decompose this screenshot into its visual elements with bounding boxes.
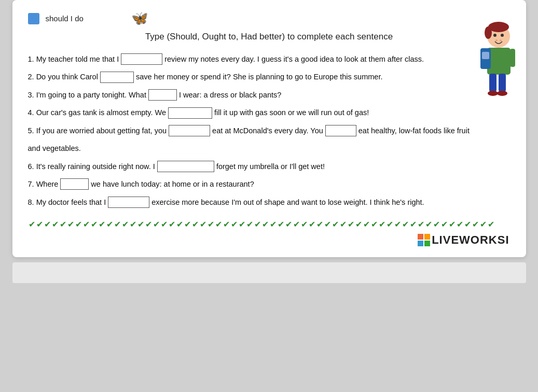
check-mark-icon: ✔ bbox=[270, 219, 277, 229]
check-mark-icon: ✔ bbox=[418, 219, 424, 229]
sentence-5-mid: eat at McDonald's every day. You bbox=[212, 123, 323, 138]
sentence-5: 5. If you are worried about getting fat,… bbox=[28, 123, 511, 138]
check-mark-icon: ✔ bbox=[184, 219, 191, 229]
input-6[interactable] bbox=[157, 161, 214, 172]
input-4[interactable] bbox=[168, 107, 212, 119]
check-mark-icon: ✔ bbox=[130, 219, 136, 229]
check-mark-icon: ✔ bbox=[91, 219, 98, 229]
check-mark-icon: ✔ bbox=[355, 219, 362, 229]
sentence-3-after: I wear: a dress or black pants? bbox=[179, 87, 281, 103]
check-mark-icon: ✔ bbox=[161, 219, 168, 229]
input-5b[interactable] bbox=[325, 125, 356, 136]
brand-name: LIVEWORKSI bbox=[432, 233, 509, 247]
check-mark-icon: ✔ bbox=[208, 219, 214, 229]
sentence-2-before: Do you think Carol bbox=[36, 69, 98, 85]
check-mark-icon: ✔ bbox=[99, 219, 105, 229]
sentence-8-after: exercise more because I'm out of shape a… bbox=[151, 194, 424, 210]
check-mark-icon: ✔ bbox=[285, 219, 292, 229]
check-mark-icon: ✔ bbox=[231, 219, 238, 229]
check-mark-icon: ✔ bbox=[200, 219, 206, 229]
sentence-1-num: 1. bbox=[28, 51, 36, 67]
sentence-6-num: 6. bbox=[28, 159, 36, 174]
check-mark-icon: ✔ bbox=[67, 219, 74, 229]
check-mark-icon: ✔ bbox=[60, 219, 66, 229]
check-mark-icon: ✔ bbox=[301, 219, 308, 229]
sentence-6: 6. It's really raining outside right now… bbox=[28, 159, 511, 174]
check-mark-icon: ✔ bbox=[316, 219, 323, 229]
sentence-7: 7. Where we have lunch today: at home or… bbox=[28, 176, 511, 192]
check-mark-icon: ✔ bbox=[36, 219, 43, 229]
check-mark-icon: ✔ bbox=[29, 219, 35, 229]
check-mark-icon: ✔ bbox=[169, 219, 175, 229]
check-mark-icon: ✔ bbox=[488, 219, 494, 229]
check-mark-icon: ✔ bbox=[52, 219, 59, 229]
svg-point-2 bbox=[485, 26, 492, 39]
check-mark-icon: ✔ bbox=[410, 219, 417, 229]
check-mark-icon: ✔ bbox=[348, 219, 354, 229]
input-3[interactable] bbox=[148, 89, 177, 101]
svg-rect-10 bbox=[499, 74, 506, 92]
check-mark-icon: ✔ bbox=[192, 219, 199, 229]
check-mark-icon: ✔ bbox=[254, 219, 261, 229]
sentence-2-after: save her money or spend it? She is plann… bbox=[136, 69, 383, 85]
check-mark-icon: ✔ bbox=[387, 219, 393, 229]
bottom-bar bbox=[12, 262, 526, 283]
bottom-area bbox=[0, 257, 538, 304]
check-mark-icon: ✔ bbox=[293, 219, 300, 229]
sentence-3: 3. I'm going to a party tonight. What I … bbox=[28, 87, 511, 103]
check-mark-icon: ✔ bbox=[106, 219, 113, 229]
worksheet: should I do 🦋 bbox=[12, 0, 526, 257]
check-mark-icon: ✔ bbox=[153, 219, 160, 229]
character-illustration bbox=[478, 20, 517, 103]
check-mark-icon: ✔ bbox=[262, 219, 269, 229]
input-1[interactable] bbox=[121, 53, 162, 65]
check-mark-icon: ✔ bbox=[215, 219, 222, 229]
check-mark-icon: ✔ bbox=[371, 219, 378, 229]
sentence-2: 2. Do you think Carol save her money or … bbox=[28, 69, 511, 85]
svg-point-11 bbox=[488, 91, 498, 96]
sentence-1-after: review my notes every day. I guess it's … bbox=[164, 51, 424, 67]
check-mark-icon: ✔ bbox=[44, 219, 51, 229]
butterfly-icon: 🦋 bbox=[131, 10, 148, 26]
check-mark-icon: ✔ bbox=[176, 219, 183, 229]
sentence-5-cont-text: and vegetables. bbox=[28, 141, 81, 156]
check-mark-icon: ✔ bbox=[122, 219, 129, 229]
check-mark-icon: ✔ bbox=[402, 219, 409, 229]
sentence-5-after: eat healthy, low-fat foods like fruit bbox=[358, 123, 470, 138]
svg-rect-9 bbox=[489, 74, 496, 92]
sentence-8-num: 8. bbox=[28, 194, 36, 210]
sentence-5-num: 5. bbox=[28, 123, 36, 138]
sentence-3-before: I'm going to a party tonight. What bbox=[36, 87, 146, 103]
check-mark-icon: ✔ bbox=[75, 219, 82, 229]
svg-point-14 bbox=[500, 39, 502, 41]
check-mark-icon: ✔ bbox=[425, 219, 432, 229]
input-8[interactable] bbox=[108, 197, 149, 208]
check-mark-icon: ✔ bbox=[239, 219, 245, 229]
check-mark-icon: ✔ bbox=[332, 219, 339, 229]
sentence-1-before: My teacher told me that I bbox=[36, 51, 119, 67]
sentence-6-before: It's really raining outside right now. I bbox=[36, 159, 155, 174]
check-mark-icon: ✔ bbox=[114, 219, 121, 229]
sentences-area: 1. My teacher told me that I review my n… bbox=[28, 51, 511, 210]
check-mark-icon: ✔ bbox=[246, 219, 253, 229]
svg-rect-7 bbox=[482, 52, 489, 59]
svg-rect-8 bbox=[510, 49, 515, 67]
check-mark-icon: ✔ bbox=[83, 219, 90, 229]
worksheet-title: Type (Should, Ought to, Had better) to c… bbox=[28, 32, 511, 42]
check-mark-icon: ✔ bbox=[472, 219, 479, 229]
brand-squares-icon bbox=[418, 234, 430, 246]
sentence-1: 1. My teacher told me that I review my n… bbox=[28, 51, 511, 67]
check-mark-icon: ✔ bbox=[340, 219, 347, 229]
input-5a[interactable] bbox=[169, 125, 210, 136]
sentence-4: 4. Our car's gas tank is almost empty. W… bbox=[28, 105, 511, 120]
sentence-8: 8. My doctor feels that I exercise more … bbox=[28, 194, 511, 210]
input-7[interactable] bbox=[60, 178, 89, 190]
check-mark-icon: ✔ bbox=[324, 219, 331, 229]
check-mark-icon: ✔ bbox=[441, 219, 448, 229]
input-2[interactable] bbox=[100, 72, 134, 83]
sentence-3-num: 3. bbox=[28, 87, 36, 103]
check-mark-icon: ✔ bbox=[278, 219, 284, 229]
check-mark-icon: ✔ bbox=[363, 219, 370, 229]
top-bar: should I do 🦋 bbox=[28, 10, 511, 26]
check-mark-icon: ✔ bbox=[457, 219, 463, 229]
